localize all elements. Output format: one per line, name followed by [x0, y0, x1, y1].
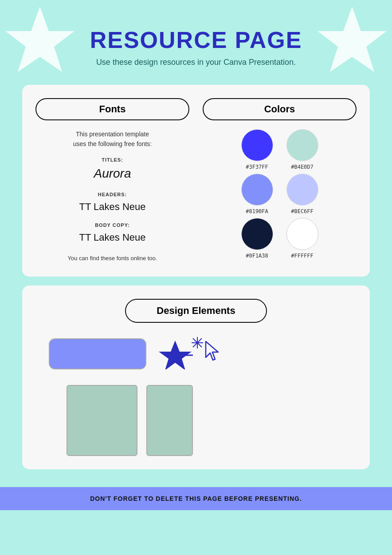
fonts-intro-line2: uses the following free fonts: — [35, 139, 189, 149]
star-cursor-group — [155, 336, 244, 372]
color-row-2: #8190FA #BEC6FF — [241, 174, 318, 214]
color-swatch-3f37ff — [241, 129, 273, 161]
body-label: BODY COPY: — [35, 222, 189, 230]
color-hex-8190fa: #8190FA — [246, 208, 268, 214]
star-icon — [155, 338, 195, 369]
colors-grid: #3F37FF #B4E0D7 #8190FA #BEC6FF — [203, 129, 357, 259]
color-hex-ffffff: #FFFFFF — [291, 253, 314, 259]
color-row-1: #3F37FF #B4E0D7 — [241, 129, 318, 170]
design-elements-row2 — [40, 385, 352, 456]
color-item-2: #B4E0D7 — [286, 129, 318, 170]
colors-header: Colors — [203, 98, 357, 120]
color-item-6: #FFFFFF — [286, 218, 318, 259]
star-decoration-right — [317, 4, 388, 75]
main-card: Fonts This presentation template uses th… — [22, 85, 370, 277]
color-hex-0f1a38: #0F1A38 — [246, 253, 268, 259]
titles-label: TITLES: — [35, 156, 189, 164]
footer-text: DON'T FORGET TO DELETE THIS PAGE BEFORE … — [90, 495, 302, 502]
fonts-header: Fonts — [35, 98, 189, 120]
svg-marker-1 — [318, 7, 387, 72]
color-swatch-b4e0d7 — [286, 129, 318, 161]
purple-rectangle — [49, 338, 146, 369]
sparkle-icon — [191, 336, 204, 349]
titles-font-name: Aurora — [35, 164, 189, 184]
color-item-3: #8190FA — [241, 174, 273, 214]
color-hex-b4e0d7: #B4E0D7 — [291, 164, 314, 170]
color-swatch-0f1a38 — [241, 218, 273, 250]
design-elements-row1 — [40, 336, 352, 372]
color-swatch-8190fa — [241, 174, 273, 206]
color-hex-3f37ff: #3F37FF — [246, 164, 268, 170]
fonts-content: This presentation template uses the foll… — [35, 129, 189, 263]
headers-font-name: TT Lakes Neue — [35, 199, 189, 214]
design-elements-card: Design Elements — [22, 285, 370, 469]
color-item-1: #3F37FF — [241, 129, 273, 170]
cursor-icon — [204, 341, 222, 363]
color-swatch-ffffff — [286, 218, 318, 250]
colors-section: Colors #3F37FF #B4E0D7 #8190FA — [203, 98, 357, 263]
color-item-4: #BEC6FF — [286, 174, 318, 214]
color-swatch-bec6ff — [286, 174, 318, 206]
fonts-section: Fonts This presentation template uses th… — [35, 98, 189, 263]
fonts-footer-text: You can find these fonts online too. — [35, 254, 189, 263]
footer-bar: DON'T FORGET TO DELETE THIS PAGE BEFORE … — [0, 487, 392, 510]
svg-marker-4 — [206, 341, 218, 360]
two-column-layout: Fonts This presentation template uses th… — [35, 98, 357, 263]
body-font-name: TT Lakes Neue — [35, 230, 189, 245]
star-decoration-left — [4, 4, 75, 75]
design-elements-header: Design Elements — [125, 299, 267, 323]
fonts-intro-line1: This presentation template — [35, 129, 189, 139]
teal-rectangle-large — [67, 385, 137, 456]
svg-marker-0 — [5, 7, 74, 72]
headers-label: HEADERS: — [35, 191, 189, 199]
teal-rectangle-small — [146, 385, 193, 456]
color-row-3: #0F1A38 #FFFFFF — [241, 218, 318, 259]
color-hex-bec6ff: #BEC6FF — [291, 208, 314, 214]
color-item-5: #0F1A38 — [241, 218, 273, 259]
